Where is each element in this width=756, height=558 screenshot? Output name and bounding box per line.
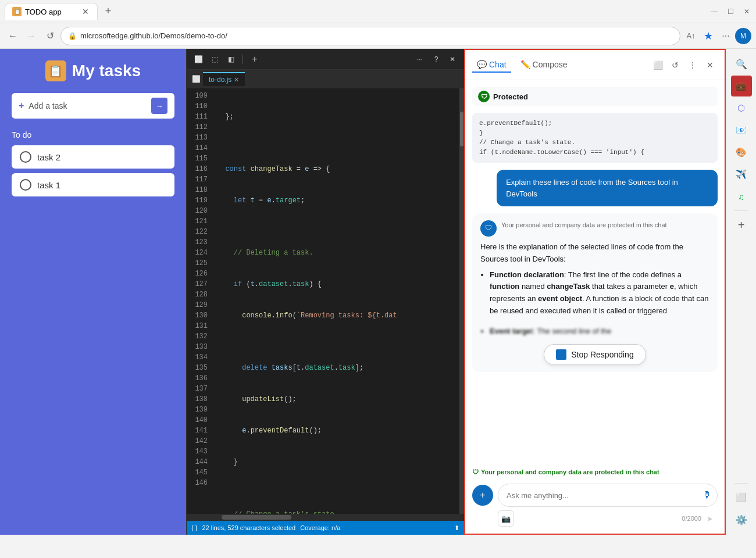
add-task-label: Add a task [28, 101, 147, 110]
sidebar-briefcase-btn[interactable]: 💼 [731, 76, 752, 96]
sidebar-outlook-btn[interactable]: 📧 [731, 120, 752, 141]
extensions-icon[interactable]: A↑ [683, 28, 699, 44]
chat-open-btn[interactable]: ⬜ [650, 58, 665, 73]
send-btn[interactable]: ➤ [701, 510, 718, 527]
chat-input[interactable] [498, 484, 718, 507]
sidebar-spotify-btn[interactable]: ♫ [731, 186, 752, 207]
protected-banner: 🛡 Protected [472, 87, 718, 106]
forward-btn[interactable]: → [23, 28, 40, 44]
todo-title: My tasks [72, 62, 141, 80]
todo-header: 📋 My tasks [45, 60, 141, 81]
window-controls: — ☐ ✕ [709, 7, 751, 16]
ai-bullet-1: Function declaration: The first line of … [490, 269, 709, 317]
editor-tab-todo[interactable]: to-do.js ✕ [203, 72, 245, 86]
more-btn[interactable]: ··· [718, 28, 734, 44]
protected-icon: 🛡 [478, 91, 490, 102]
ai-message-text: Here is the explanation of the selected … [480, 241, 709, 365]
compose-icon: ✏️ [520, 60, 530, 69]
hscroll-thumb[interactable] [222, 515, 291, 520]
todo-section-label: To do [12, 130, 31, 140]
sidebar-split-btn[interactable]: ⬜ [731, 487, 752, 508]
task-checkbox-2[interactable] [20, 151, 31, 163]
compose-tab[interactable]: ✏️ Compose [516, 58, 572, 73]
editor-more-btn[interactable]: ··· [413, 52, 427, 66]
sidebar-paint-btn[interactable]: 🎨 [731, 142, 752, 163]
sidebar-plane-btn[interactable]: ✈️ [731, 164, 752, 185]
editor-hscroll[interactable] [187, 514, 464, 521]
favorites-icon[interactable]: ★ [700, 28, 716, 44]
todo-panel: 📋 My tasks + Add a task → To do task 2 t… [0, 49, 186, 535]
footer-shield-icon: 🛡 [472, 468, 479, 475]
editor-icon-3[interactable]: ◧ [224, 52, 238, 66]
editor-content: 109 110 111 112 113 114 115 116 117 118 … [187, 88, 464, 535]
tab-title: TODO app [25, 8, 62, 16]
add-task-plus-icon: + [19, 101, 24, 111]
ai-avatar: 🛡 [480, 220, 497, 237]
address-text: microsoftedge.github.io/Demos/demo-to-do… [80, 31, 227, 40]
ai-protected-note: Your personal and company data are prote… [501, 220, 667, 231]
sidebar-add-btn[interactable]: + [731, 214, 752, 235]
minimize-btn[interactable]: — [709, 7, 719, 16]
code-line-3: // Change a task's state. [479, 138, 711, 148]
back-btn[interactable]: ← [5, 28, 21, 44]
stop-icon [556, 349, 566, 360]
sidebar-copilot-btn[interactable]: ⬡ [731, 98, 752, 119]
stop-label: Stop Responding [571, 350, 633, 359]
task-checkbox-1[interactable] [20, 179, 31, 191]
ai-message: 🛡 Your personal and company data are pro… [472, 213, 718, 372]
close-btn[interactable]: ✕ [742, 7, 751, 16]
browser-tab[interactable]: 📋 TODO app ✕ [5, 3, 98, 20]
ai-partial-bullet: Event target: The second line of the [480, 322, 709, 339]
protected-label: Protected [493, 92, 528, 101]
chat-refresh-btn[interactable]: ↺ [668, 58, 683, 73]
editor-panel: ⬜ ⬚ ◧ + ··· ? ✕ ⬜ to-do.js ✕ [186, 49, 464, 535]
task-item-1[interactable]: task 1 [12, 173, 174, 196]
chat-header: 💬 Chat ✏️ Compose ⬜ ↺ ⋮ ✕ [465, 50, 725, 80]
line-numbers: 109 110 111 112 113 114 115 116 117 118 … [187, 88, 212, 514]
char-count: 0/2000 [682, 515, 701, 522]
stop-responding-btn[interactable]: Stop Responding [544, 344, 646, 365]
editor-help-btn[interactable]: ? [429, 52, 443, 66]
sidebar-divider-2 [734, 483, 748, 484]
editor-status: 22 lines, 529 characters selected [202, 524, 295, 531]
screenshot-btn[interactable]: 📷 [498, 510, 514, 527]
editor-icon-plus[interactable]: + [248, 52, 262, 66]
main-area: 📋 My tasks + Add a task → To do task 2 t… [0, 49, 756, 535]
maximize-btn[interactable]: ☐ [726, 7, 735, 16]
address-bar[interactable]: 🔒 microsoftedge.github.io/Demos/demo-to-… [60, 27, 680, 45]
editor-tab-close[interactable]: ✕ [234, 76, 239, 84]
editor-icon-1[interactable]: ⬜ [191, 52, 205, 66]
editor-coverage: Coverage: n/a [300, 524, 340, 531]
chat-close-btn[interactable]: ✕ [702, 58, 718, 73]
editor-tab-icon[interactable]: ⬜ [189, 72, 203, 86]
task-label-1: task 1 [37, 180, 60, 190]
task-item-2[interactable]: task 2 [12, 145, 174, 169]
tab-close-btn[interactable]: ✕ [81, 7, 90, 16]
chat-more-btn[interactable]: ⋮ [685, 58, 700, 73]
sidebar-divider-1 [734, 210, 748, 211]
chat-panel: 💬 Chat ✏️ Compose ⬜ ↺ ⋮ ✕ 🛡 Pr [464, 49, 726, 535]
chat-input-area: + 🎙 📷 0/2000 ➤ [465, 479, 725, 534]
new-tab-btn[interactable]: + [100, 3, 116, 20]
editor-icon-2[interactable]: ⬚ [208, 52, 222, 66]
refresh-btn[interactable]: ↺ [42, 28, 58, 44]
editor-scrollbar-y[interactable] [459, 88, 464, 514]
chat-input-actions: 📷 0/2000 ➤ [472, 507, 718, 527]
sidebar-search-btn[interactable]: 🔍 [731, 53, 752, 74]
code-line-1: e.preventDefault(); [479, 119, 711, 128]
chat-tab[interactable]: 💬 Chat [472, 58, 511, 73]
editor-close-btn[interactable]: ✕ [445, 52, 459, 66]
add-task-submit-btn[interactable]: → [151, 98, 167, 114]
editor-toolbar: ⬜ ⬚ ◧ + ··· ? ✕ [187, 49, 464, 70]
mic-icon[interactable]: 🎙 [702, 490, 712, 500]
code-content[interactable]: }; const changeTask = e => { let t = e.t… [212, 88, 459, 514]
profile-icon[interactable]: M [735, 28, 751, 44]
chat-input-wrapper: 🎙 [498, 484, 718, 507]
chat-new-btn[interactable]: + [472, 485, 493, 506]
code-line-2: } [479, 128, 711, 138]
sidebar-settings-btn[interactable]: ⚙️ [731, 509, 752, 530]
scrollbar-thumb[interactable] [460, 112, 463, 146]
add-task-bar[interactable]: + Add a task → [12, 93, 174, 119]
browser-toolbar: ← → ↺ 🔒 microsoftedge.github.io/Demos/de… [0, 23, 756, 49]
ai-intro: Here is the explanation of the selected … [480, 241, 709, 266]
